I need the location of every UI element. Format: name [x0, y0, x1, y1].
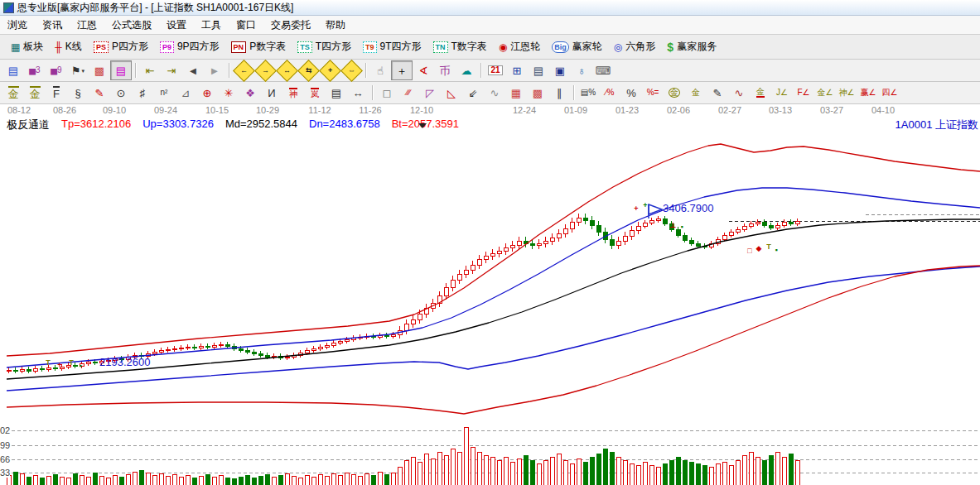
notes-icon[interactable]: ▤: [2, 60, 24, 80]
spiral-icon[interactable]: §: [67, 83, 89, 103]
cloud-tool-icon[interactable]: ☁: [456, 60, 477, 80]
width-measure-icon[interactable]: ↔: [347, 83, 369, 103]
pattern-box-icon[interactable]: ▩: [89, 60, 110, 80]
ruler-123-icon[interactable]: ▤: [326, 83, 347, 103]
menu-帮助[interactable]: 帮助: [318, 17, 353, 34]
n-mark-icon[interactable]: И: [261, 83, 282, 103]
gann-gold-ruler-icon[interactable]: 金: [2, 83, 24, 103]
flag-icon[interactable]: ⚑▾: [67, 60, 89, 80]
gold-circle-icon[interactable]: 金: [664, 83, 685, 103]
grid-arrow-icon[interactable]: ▩: [527, 83, 548, 103]
four-angle-icon[interactable]: 四∠: [879, 83, 900, 103]
kline-chart-area[interactable]: 极反通道 Tp=3612.2106Up=3303.7326Md=2952.584…: [0, 117, 980, 485]
fib-ruler-icon[interactable]: F: [46, 83, 67, 103]
menu-窗口[interactable]: 窗口: [229, 17, 263, 34]
title-bar: 恩专业版[赢家内部服务平台] - [上证指数 SH1A0001-167日K线]: [0, 0, 980, 16]
gann-clock-icon[interactable]: ⊙: [110, 83, 132, 103]
win-angle-icon[interactable]: 赢∠: [857, 83, 879, 103]
shift-left-icon[interactable]: ←: [233, 60, 254, 80]
last-bar-icon[interactable]: ⇥: [161, 60, 182, 80]
percent-strike-icon[interactable]: ∕%: [599, 83, 620, 103]
notepad-icon[interactable]: ▤: [528, 60, 549, 80]
lan-ruler-icon[interactable]: 岚: [304, 83, 326, 103]
percent-list-icon[interactable]: ▤%: [577, 83, 599, 103]
menu-浏览[interactable]: 浏览: [0, 17, 35, 34]
calculator-icon[interactable]: ⊞: [506, 60, 528, 80]
pen-bars-icon[interactable]: ✎: [707, 83, 728, 103]
n-square-icon[interactable]: n²: [153, 83, 175, 103]
shift-right-icon[interactable]: →: [254, 60, 276, 80]
next-bar-icon[interactable]: ►: [204, 60, 225, 80]
color-histogram-icon[interactable]: ▤: [110, 60, 132, 80]
date-tick: 09-24: [154, 105, 177, 115]
expand-icon[interactable]: ⇔: [340, 60, 362, 80]
tab-9t-square[interactable]: T99T四方形: [357, 38, 427, 55]
gann-shape-icon[interactable]: 币: [434, 60, 456, 80]
tab-p-table[interactable]: PNP数字表: [225, 38, 292, 55]
save-icon[interactable]: ▣: [549, 60, 571, 80]
first-bar-icon[interactable]: ⇤: [139, 60, 161, 80]
box-tool-icon[interactable]: ◻: [376, 83, 398, 103]
j-angle-icon[interactable]: J∠: [771, 83, 793, 103]
wave-icon[interactable]: ∿: [484, 83, 505, 103]
menu-江恩[interactable]: 江恩: [70, 17, 104, 34]
menu-交易委托[interactable]: 交易委托: [263, 17, 318, 34]
hand-tool-icon[interactable]: ☝: [369, 60, 391, 80]
bars-3-icon[interactable]: ▅3: [24, 60, 46, 80]
f-angle-icon[interactable]: F∠: [793, 83, 814, 103]
angle-measure-icon[interactable]: ∢: [413, 60, 434, 80]
fan-box-icon[interactable]: ◸: [419, 83, 441, 103]
angle-flag-icon[interactable]: ⊿: [175, 83, 196, 103]
price-volume-plot[interactable]: [0, 117, 980, 485]
ruler-icon[interactable]: ♯: [132, 83, 153, 103]
tab-sector[interactable]: ▦板块: [5, 38, 49, 55]
shen-ruler-icon-glyph: 神: [289, 88, 297, 98]
menu-设置[interactable]: 设置: [159, 17, 194, 34]
fan-lines-icon[interactable]: ∕∕∕: [398, 83, 419, 103]
shen-angle-icon[interactable]: 神∠: [836, 83, 857, 103]
gann-gold-ruler2-icon[interactable]: 金: [24, 83, 46, 103]
tab-gann-wheel-icon: ◉: [499, 42, 507, 52]
tab-t-table[interactable]: TNT数字表: [427, 38, 493, 55]
tab-9p-square[interactable]: P99P四方形: [154, 38, 225, 55]
bars-9-icon[interactable]: ▅9: [46, 60, 67, 80]
pan-icon[interactable]: +: [319, 60, 340, 80]
parallel-lines-icon[interactable]: ∥: [548, 83, 570, 103]
menu-工具[interactable]: 工具: [194, 17, 229, 34]
grid-tool-icon[interactable]: ▦: [505, 83, 527, 103]
calendar-icon[interactable]: 21: [485, 60, 506, 80]
main-toolbar: ▤▅3▅9⚑▾▩▤⇤⇥◄►←→↔⇆+⇔☝＋∢币☁21⊞▤▣♁⌨: [0, 60, 980, 82]
tab-winner-service[interactable]: $赢家服务: [661, 38, 722, 55]
gold-underline-icon[interactable]: 金: [750, 83, 771, 103]
shen-ruler-icon[interactable]: 神: [282, 83, 304, 103]
compress-icon[interactable]: ⇆: [297, 60, 319, 80]
brush-icon[interactable]: ✎: [89, 83, 110, 103]
star-web-icon[interactable]: ✳: [218, 83, 239, 103]
menu-公式选股[interactable]: 公式选股: [104, 17, 159, 34]
target-icon[interactable]: ⊕: [196, 83, 218, 103]
network-icon[interactable]: ♁: [571, 60, 592, 80]
tab-gann-wheel[interactable]: ◉江恩轮: [493, 38, 546, 55]
tab-kline[interactable]: ╫K线: [49, 38, 88, 55]
boxed-web-icon[interactable]: ❖: [239, 83, 261, 103]
fan-box2-icon[interactable]: ◺: [441, 83, 462, 103]
menu-资讯[interactable]: 资讯: [35, 17, 70, 34]
zoom-out-icon[interactable]: ↔: [276, 60, 297, 80]
percent-icon[interactable]: %: [620, 83, 642, 103]
tab-t-square[interactable]: TST四方形: [292, 38, 357, 55]
crosshair-tool-icon[interactable]: ＋: [391, 60, 413, 80]
tab-hexagon[interactable]: ◎六角形: [608, 38, 661, 55]
gold-lines-icon[interactable]: 金: [685, 83, 707, 103]
tab-p-square[interactable]: PSP四方形: [88, 38, 154, 55]
tab-winner-wheel[interactable]: Big赢家轮: [546, 38, 608, 55]
arrow-fan-icon[interactable]: ⇙: [462, 83, 484, 103]
percent-lines-icon[interactable]: %=: [642, 83, 664, 103]
tab-hexagon-label: 六角形: [625, 40, 655, 54]
print-icon[interactable]: ⌨: [592, 60, 614, 80]
date-tick: 12-24: [513, 105, 536, 115]
prev-bar-icon[interactable]: ◄: [182, 60, 204, 80]
gold-angle-icon[interactable]: 金∠: [814, 83, 836, 103]
date-tick: 01-09: [564, 105, 587, 115]
app-window: { "window": { "title": "恩专业版[赢家内部服务平台] -…: [0, 0, 980, 485]
wave-channel-icon[interactable]: ∿: [728, 83, 750, 103]
